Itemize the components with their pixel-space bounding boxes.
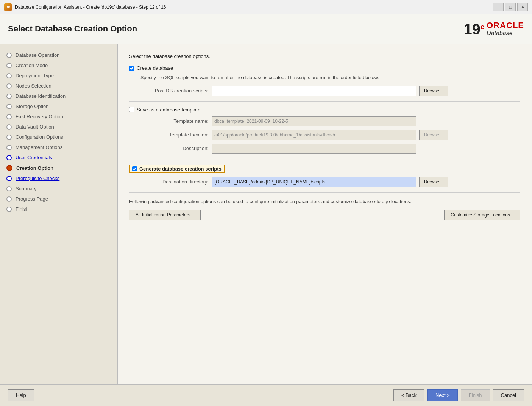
oracle-version: 19c xyxy=(464,22,485,37)
post-db-field-label: Post DB creation scripts: xyxy=(140,88,209,94)
step-dot-deployment-type xyxy=(6,73,12,78)
sidebar-label-deployment-type: Deployment Type xyxy=(16,73,54,78)
create-db-indent: Specify the SQL scripts you want to run … xyxy=(140,75,520,96)
back-button[interactable]: < Back xyxy=(393,389,424,401)
oracle-database-label: Database xyxy=(487,30,524,37)
step-dot-finish xyxy=(6,207,12,212)
generate-scripts-label: Generate database creation scripts xyxy=(139,166,222,172)
intro-text: Select the database creation options. xyxy=(129,53,520,59)
create-db-checkbox-label[interactable]: Create database xyxy=(129,65,173,71)
sidebar-label-creation-option: Creation Option xyxy=(16,165,53,171)
init-params-button[interactable]: All Initialization Parameters... xyxy=(129,210,201,220)
generate-scripts-indent: Destination directory: Browse... xyxy=(140,177,520,187)
cancel-button[interactable]: Cancel xyxy=(493,389,524,401)
content-area: Database Operation Creation Mode Deploym… xyxy=(0,44,532,384)
step-dot-storage-option xyxy=(6,104,12,109)
sidebar-item-database-operation[interactable]: Database Operation xyxy=(0,50,117,60)
create-db-row: Create database xyxy=(129,65,520,71)
post-db-input[interactable] xyxy=(212,86,416,96)
save-template-row: Save as a database template xyxy=(129,107,520,113)
step-dot-data-vault xyxy=(6,124,12,130)
sidebar-label-management-options: Management Options xyxy=(16,144,62,150)
header-bar: Select Database Creation Option 19c ORAC… xyxy=(0,14,532,44)
create-db-label: Create database xyxy=(137,65,173,71)
sidebar-item-creation-option[interactable]: Creation Option xyxy=(0,163,117,173)
generate-scripts-checkbox-label[interactable]: Generate database creation scripts xyxy=(129,165,225,173)
sidebar-label-storage-option: Storage Option xyxy=(16,103,48,109)
step-dot-database-operation xyxy=(6,53,12,58)
destination-row: Destination directory: Browse... xyxy=(140,177,520,187)
template-name-field-label: Template name: xyxy=(140,118,209,124)
step-dot-user-credentials xyxy=(6,155,12,160)
bottom-right: < Back Next > Finish Cancel xyxy=(393,389,524,401)
advanced-text: Following advanced configuration options… xyxy=(129,199,520,205)
sidebar-item-nodes-selection[interactable]: Nodes Selection xyxy=(0,81,117,91)
app-icon: DB xyxy=(4,3,12,11)
browse-template-button[interactable]: Browse... xyxy=(419,130,448,140)
help-button[interactable]: Help xyxy=(8,389,34,401)
title-bar-left: DB Database Configuration Assistant - Cr… xyxy=(4,3,166,11)
sidebar-label-finish: Finish xyxy=(16,206,29,212)
sidebar-item-creation-mode[interactable]: Creation Mode xyxy=(0,60,117,71)
save-template-label: Save as a database template xyxy=(137,107,200,113)
save-template-checkbox[interactable] xyxy=(129,107,134,112)
bottom-left: Help xyxy=(8,389,34,401)
oracle-logo: 19c ORACLE Database xyxy=(464,21,524,37)
generate-scripts-row: Generate database creation scripts xyxy=(129,165,520,173)
sidebar-item-summary[interactable]: Summary xyxy=(0,183,117,194)
sidebar-item-management-options[interactable]: Management Options xyxy=(0,142,117,152)
minimize-button[interactable]: – xyxy=(493,3,504,11)
step-dot-summary xyxy=(6,186,12,191)
template-location-row: Template location: Browse... xyxy=(140,130,520,140)
step-dot-nodes-selection xyxy=(6,83,12,89)
sidebar-item-deployment-type[interactable]: Deployment Type xyxy=(0,71,117,81)
divider-3 xyxy=(129,192,520,193)
oracle-brand: ORACLE xyxy=(487,21,524,30)
sidebar-item-database-identification[interactable]: Database Identification xyxy=(0,91,117,101)
close-button[interactable]: ✕ xyxy=(517,3,528,11)
sidebar-label-nodes-selection: Nodes Selection xyxy=(16,83,51,89)
title-bar-controls: – □ ✕ xyxy=(493,3,528,11)
divider-2 xyxy=(129,159,520,159)
sidebar-item-configuration-options[interactable]: Configuration Options xyxy=(0,132,117,142)
sidebar-item-storage-option[interactable]: Storage Option xyxy=(0,101,117,111)
customize-storage-button[interactable]: Customize Storage Locations... xyxy=(444,210,520,220)
sidebar-item-user-credentials[interactable]: User Credentials xyxy=(0,152,117,163)
browse-destination-button[interactable]: Browse... xyxy=(419,177,448,187)
sidebar-label-data-vault: Data Vault Option xyxy=(16,124,54,130)
post-db-row: Post DB creation scripts: Browse... xyxy=(140,86,520,96)
step-dot-creation-mode xyxy=(6,63,12,68)
template-location-field-label: Template location: xyxy=(140,132,209,138)
sidebar-label-database-operation: Database Operation xyxy=(16,52,59,58)
divider-1 xyxy=(129,101,520,102)
sidebar-item-progress-page[interactable]: Progress Page xyxy=(0,194,117,204)
template-name-row: Template name: xyxy=(140,116,520,126)
step-dot-fast-recovery xyxy=(6,114,12,119)
browse-post-db-button[interactable]: Browse... xyxy=(419,86,448,96)
finish-button: Finish xyxy=(461,389,490,401)
sidebar: Database Operation Creation Mode Deploym… xyxy=(0,44,118,384)
description-input xyxy=(212,144,416,154)
create-db-checkbox[interactable] xyxy=(129,66,134,71)
title-bar: DB Database Configuration Assistant - Cr… xyxy=(0,0,532,14)
step-dot-management-options xyxy=(6,145,12,150)
bottom-bar: Help < Back Next > Finish Cancel xyxy=(0,384,532,406)
main-panel: Select the database creation options. Cr… xyxy=(118,44,532,384)
sidebar-item-finish[interactable]: Finish xyxy=(0,204,117,214)
sidebar-label-progress-page: Progress Page xyxy=(16,196,48,202)
next-button[interactable]: Next > xyxy=(427,389,458,401)
maximize-button[interactable]: □ xyxy=(505,3,516,11)
generate-scripts-checkbox[interactable] xyxy=(132,166,137,171)
destination-input[interactable] xyxy=(212,177,416,187)
sidebar-item-data-vault[interactable]: Data Vault Option xyxy=(0,122,117,132)
sidebar-label-summary: Summary xyxy=(16,186,37,191)
template-indent: Template name: Template location: Browse… xyxy=(140,116,520,154)
save-template-checkbox-label[interactable]: Save as a database template xyxy=(129,107,200,113)
advanced-buttons: All Initialization Parameters... Customi… xyxy=(129,210,520,220)
step-dot-prerequisite-checks xyxy=(6,176,12,181)
sidebar-label-creation-mode: Creation Mode xyxy=(16,63,48,68)
sidebar-label-configuration-options: Configuration Options xyxy=(16,134,63,140)
description-field-label: Description: xyxy=(140,146,209,151)
sidebar-item-fast-recovery[interactable]: Fast Recovery Option xyxy=(0,111,117,122)
sidebar-item-prerequisite-checks[interactable]: Prerequisite Checks xyxy=(0,173,117,183)
